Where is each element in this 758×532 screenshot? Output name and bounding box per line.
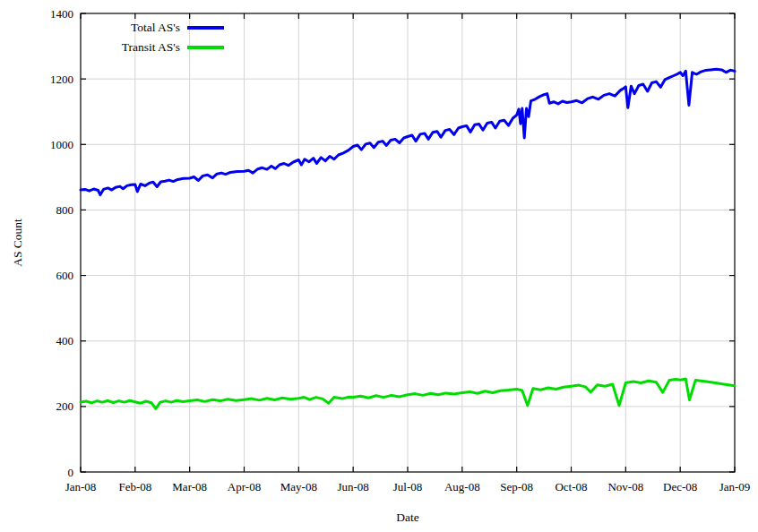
y-tick-label: 1400 [50, 7, 73, 21]
legend-line-sample-total-as [187, 26, 224, 30]
chart-page: Jan-08Feb-08Mar-08Apr-08May-08Jun-08Jul-… [0, 0, 758, 532]
x-tick-label: Aug-08 [444, 480, 480, 493]
x-tick-label: Sep-08 [500, 480, 533, 493]
y-axis-title: AS Count [11, 219, 25, 267]
y-tick-label: 600 [56, 269, 74, 282]
y-tick-label: 0 [68, 466, 74, 479]
x-tick-label: Jan-09 [719, 480, 751, 493]
x-tick-label: Feb-08 [118, 480, 151, 493]
legend: Total AS's Transit AS's [75, 18, 224, 57]
x-tick-label: Apr-08 [228, 480, 261, 493]
x-axis-title: Date [396, 511, 418, 525]
x-tick-label: May-08 [280, 480, 317, 493]
x-tick-label: Mar-08 [172, 480, 207, 493]
plot-area: Jan-08Feb-08Mar-08Apr-08May-08Jun-08Jul-… [0, 0, 758, 532]
y-tick-label: 1200 [50, 73, 73, 86]
y-tick-label: 200 [56, 399, 74, 413]
x-tick-label: Jul-08 [393, 480, 423, 493]
legend-item-total-as: Total AS's [75, 18, 224, 38]
legend-label-transit-as: Transit AS's [122, 40, 180, 55]
legend-label-total-as: Total AS's [131, 21, 180, 35]
x-tick-label: Nov-08 [607, 480, 643, 493]
legend-item-transit-as: Transit AS's [75, 38, 224, 57]
y-tick-label: 400 [56, 334, 74, 348]
y-tick-label: 800 [56, 203, 74, 217]
y-tick-label: 1000 [50, 138, 73, 151]
legend-line-sample-transit-as [187, 46, 224, 49]
x-tick-label: Jun-08 [337, 480, 368, 493]
x-tick-label: Oct-08 [555, 480, 587, 493]
x-tick-label: Dec-08 [663, 480, 697, 493]
x-tick-label: Jan-08 [65, 480, 97, 493]
